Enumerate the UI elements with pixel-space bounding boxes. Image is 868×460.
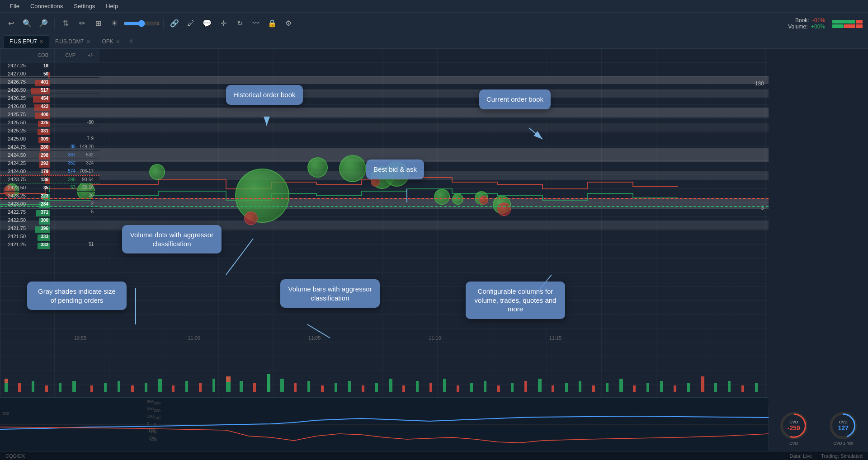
ob-cvp-11: 387	[50, 152, 77, 157]
ob-cob-16: 223	[28, 193, 50, 198]
ob-cob-2: 401	[28, 79, 50, 84]
book-bars	[832, 20, 863, 28]
sep2	[163, 18, 164, 29]
vol-dot-3	[149, 164, 165, 180]
menu-settings[interactable]: Settings	[68, 0, 100, 12]
ob-row-6[interactable]: 2425.75400	[0, 110, 99, 118]
ob-row-14[interactable]: 2423.7513639590-54	[0, 175, 99, 183]
ob-row-7[interactable]: 2425.50325-80	[0, 118, 99, 127]
ob-row-11[interactable]: 2424.50298387532	[0, 151, 99, 159]
ob-cob-22: 333	[28, 242, 50, 247]
ob-cob-0: 18	[28, 63, 50, 68]
ob-cob-7: 325	[28, 120, 50, 125]
ob-row-19[interactable]: 2422.50300	[0, 216, 99, 224]
settings-button[interactable]: ⚙	[281, 16, 296, 31]
link-button[interactable]: 🔗	[167, 16, 182, 31]
lock-button[interactable]: 🔒	[265, 16, 279, 31]
vol-dot-red-4	[479, 196, 488, 205]
ob-pm-11: 532	[77, 152, 95, 157]
pen-button[interactable]: 🖊	[184, 16, 198, 31]
menu-connections[interactable]: Connections	[25, 0, 68, 12]
tab-0-close[interactable]: ×	[40, 38, 43, 45]
ob-pm-14: 90-54	[77, 177, 95, 182]
time-1100: 11:00	[188, 335, 200, 341]
vol-dot-red-5	[497, 202, 511, 216]
tab-1[interactable]: F.US.DDM7 ×	[49, 35, 96, 48]
ob-price-1: 2427.00	[0, 71, 28, 76]
comment-button[interactable]: 💬	[200, 16, 214, 31]
tab-2-close[interactable]: ×	[116, 38, 120, 45]
ob-cob-18: 371	[28, 209, 50, 215]
ob-row-5[interactable]: 2426.00422	[0, 102, 99, 110]
share-button[interactable]: ⇅	[58, 16, 73, 31]
price-line-bid	[0, 206, 769, 207]
ob-cob-6: 400	[28, 112, 50, 117]
ob-cob-12: 292	[28, 160, 50, 166]
ob-band-1	[0, 76, 769, 84]
ob-price-19: 2422.50	[0, 217, 28, 223]
zoom-out-button[interactable]: 🔎	[36, 16, 51, 31]
tab-1-label: F.US.DDM7	[55, 38, 84, 45]
tab-2[interactable]: OPK ×	[96, 35, 126, 48]
ob-row-2[interactable]: 2426.75401	[0, 78, 99, 86]
ob-row-21[interactable]: 2421.50333	[0, 232, 99, 240]
ob-row-20[interactable]: 2421.75396	[0, 224, 99, 232]
ob-pm-15: 59 18	[77, 185, 95, 190]
tool-button[interactable]: ⊞	[91, 16, 105, 31]
tab-1-close[interactable]: ×	[86, 38, 90, 45]
ob-cob-4: 454	[28, 95, 50, 101]
zoom-in-button[interactable]: 🔍	[20, 16, 34, 31]
ob-cob-5: 422	[28, 103, 50, 109]
ob-row-9[interactable]: 2425.003097-9	[0, 135, 99, 143]
ob-row-15[interactable]: 2423.50356359 18	[0, 183, 99, 192]
cvd1-value: 127	[838, 424, 849, 432]
svg-text:100: 100	[154, 416, 160, 420]
ob-cob-13: 179	[28, 169, 50, 174]
ob-cob-1: 50	[28, 71, 50, 76]
wave-button[interactable]: 〰	[249, 16, 263, 31]
book-stat: Book: -01% Volume: +00%	[788, 17, 825, 30]
book-info: Book: -01% Volume: +00%	[783, 13, 868, 34]
ob-price-8: 2425.25	[0, 128, 28, 133]
ob-row-22[interactable]: 2421.2533351	[0, 240, 99, 249]
ob-row-1[interactable]: 2427.0050	[0, 70, 99, 78]
cvd-chart: 300 200 100 0 -100 -200 300 200 100 0 -1…	[0, 397, 769, 451]
crosshair-button[interactable]: ✛	[216, 16, 231, 31]
ob-price-21: 2421.50	[0, 234, 28, 239]
ob-band-4	[0, 123, 769, 131]
ob-row-13[interactable]: 2424.00179574706-17	[0, 167, 99, 175]
ob-price-17: 2423.00	[0, 201, 28, 207]
svg-text:200: 200	[154, 408, 160, 413]
ob-row-12[interactable]: 2424.25292352324	[0, 159, 99, 167]
vol-dot-5	[307, 157, 328, 178]
ob-row-18[interactable]: 2422.753715	[0, 208, 99, 216]
refresh-button[interactable]: ↻	[232, 16, 247, 31]
brightness-button[interactable]: ☀	[107, 16, 122, 31]
ob-cvp-10: 85	[50, 144, 77, 149]
ob-pm-9: 7-9	[77, 136, 95, 141]
ob-price-4: 2426.25	[0, 95, 28, 101]
ob-row-0[interactable]: 2427.2518	[0, 61, 99, 70]
vol-dot-6	[339, 155, 366, 182]
time-1110: 11:10	[429, 335, 441, 341]
ob-price-0: 2427.25	[0, 63, 28, 68]
ob-price-22: 2421.25	[0, 242, 28, 247]
tab-0[interactable]: F.US.EPU7 ×	[4, 35, 49, 48]
svg-text:-100: -100	[149, 430, 157, 434]
ob-row-4[interactable]: 2426.25454	[0, 94, 99, 102]
ob-cob-15: 35	[28, 185, 50, 190]
ob-price-11: 2424.50	[0, 152, 28, 158]
price-line-ask	[0, 198, 769, 199]
menu-help[interactable]: Help	[100, 0, 123, 12]
ob-row-8[interactable]: 2425.25331	[0, 127, 99, 135]
volume-label: Volume: +00%	[788, 23, 825, 30]
cvd-gauge: CVD -259 CVD	[780, 412, 807, 446]
ob-row-10[interactable]: 2424.7528085149-20	[0, 143, 99, 151]
ob-row-3[interactable]: 2426.50517	[0, 86, 99, 94]
brightness-slider[interactable]	[123, 20, 160, 27]
back-button[interactable]: ↩	[4, 16, 18, 31]
toolbar: ↩ 🔍 🔎 ⇅ ✏ ⊞ ☀ 🔗 🖊 💬 ✛ ↻ 〰 🔒 ⚙ Book: -01%…	[0, 13, 868, 34]
draw-button[interactable]: ✏	[75, 16, 89, 31]
menu-file[interactable]: File	[5, 0, 25, 12]
tab-add-button[interactable]: +	[126, 36, 137, 47]
